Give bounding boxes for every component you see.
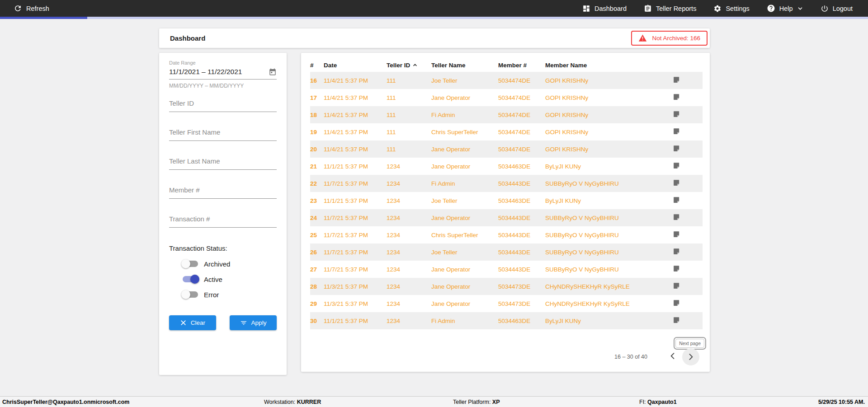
cell-date: 11/4/21 5:37 PM <box>324 106 387 123</box>
table-row[interactable]: 2111/1/21 5:37 PM1234Jane Operator503446… <box>310 158 703 175</box>
teller-id-input[interactable] <box>169 97 277 112</box>
next-page-button[interactable] <box>682 348 699 365</box>
col-header-member-num[interactable]: Member # <box>498 58 545 72</box>
member-number-field-wrap <box>169 183 277 199</box>
calendar-icon[interactable] <box>269 68 277 76</box>
cell-teller-name: Joe Teller <box>431 243 498 261</box>
nav-item-logout[interactable]: Logout <box>821 5 853 13</box>
note-icon[interactable] <box>673 196 680 204</box>
nav-item-dashboard[interactable]: Dashboard <box>582 5 627 13</box>
note-icon[interactable] <box>673 110 680 118</box>
table-row[interactable]: 1811/4/21 5:37 PM111Fi Admin5034474DEGOP… <box>310 106 703 123</box>
table-row[interactable]: 2511/7/21 5:37 PM1234Chris SuperTeller50… <box>310 226 703 243</box>
note-icon[interactable] <box>673 145 680 152</box>
table-row[interactable]: 2611/7/21 5:37 PM1234Joe Teller5034443DE… <box>310 243 703 261</box>
nav-label-help: Help <box>779 5 793 12</box>
warning-triangle-icon <box>638 34 647 42</box>
clipboard-icon <box>644 5 652 13</box>
note-icon[interactable] <box>673 76 680 84</box>
refresh-button[interactable]: Refresh <box>14 4 49 13</box>
apply-button[interactable]: Apply <box>230 315 277 330</box>
note-icon[interactable] <box>673 265 680 272</box>
filter-icon <box>240 319 247 327</box>
cell-member-num: 5034443DE <box>498 175 545 192</box>
table-row[interactable]: 2711/7/21 5:37 PM1234Jane Operator503444… <box>310 261 703 278</box>
note-icon[interactable] <box>673 93 680 101</box>
col-header-teller-name[interactable]: Teller Name <box>431 58 498 72</box>
table-row[interactable]: 1911/4/21 5:37 PM111Chris SuperTeller503… <box>310 123 703 140</box>
nav-label-dashboard: Dashboard <box>594 5 627 12</box>
note-cell <box>665 158 703 175</box>
date-range-label: Date Range <box>169 60 277 65</box>
toggle-switch-error[interactable] <box>183 291 198 298</box>
table-row[interactable]: 1711/4/21 5:37 PM111Jane Operator5034474… <box>310 89 703 106</box>
cell-member-num: 5034443DE <box>498 226 545 243</box>
note-cell <box>665 72 703 89</box>
toggle-label: Archived <box>204 260 230 268</box>
toggle-switch-archived[interactable] <box>183 261 198 267</box>
col-header-teller-id[interactable]: Teller ID <box>387 58 431 72</box>
cell-teller-name: Fi Admin <box>431 106 498 123</box>
cell-num: 16 <box>310 72 324 89</box>
cell-member-num: 5034443DE <box>498 209 545 226</box>
note-cell <box>665 192 703 209</box>
workstation-label: Workstation: <box>264 399 295 405</box>
table-row[interactable]: 1611/4/21 5:37 PM111Joe Teller5034474DEG… <box>310 72 703 89</box>
table-row[interactable]: 3011/1/21 5:37 PM1234Fi Admin5034463DEBy… <box>310 312 703 329</box>
date-range-field[interactable]: 11/1/2021 – 11/22/2021 <box>169 68 277 80</box>
refresh-icon <box>14 4 22 13</box>
note-icon[interactable] <box>673 230 680 238</box>
cell-teller-id: 1234 <box>387 278 431 295</box>
cell-teller-name: Chris SuperTeller <box>431 226 498 243</box>
note-icon[interactable] <box>673 127 680 135</box>
teller-first-name-input[interactable] <box>169 126 277 141</box>
col-header-member-name[interactable]: Member Name <box>545 58 665 72</box>
cell-teller-id: 1234 <box>387 295 431 312</box>
cell-member-name: SUBByRyO V NyGyBHIRU <box>545 175 665 192</box>
cell-num: 30 <box>310 312 324 329</box>
nav-item-settings[interactable]: Settings <box>713 5 749 13</box>
table-row[interactable]: 2911/3/21 5:37 PM1234Jane Operator503447… <box>310 295 703 312</box>
nav-label-logout: Logout <box>833 5 853 12</box>
member-number-input[interactable] <box>169 183 277 199</box>
note-icon[interactable] <box>673 179 680 187</box>
cell-member-num: 5034474DE <box>498 72 545 89</box>
toggle-switch-active[interactable] <box>183 276 198 282</box>
note-icon[interactable] <box>673 299 680 307</box>
cell-member-num: 5034463DE <box>498 192 545 209</box>
note-icon[interactable] <box>673 213 680 221</box>
col-header-date[interactable]: Date <box>324 58 387 72</box>
nav-item-teller-reports[interactable]: Teller Reports <box>644 5 696 13</box>
note-cell <box>665 278 703 295</box>
cell-date: 11/4/21 5:37 PM <box>324 123 387 140</box>
clear-button[interactable]: Clear <box>169 315 216 330</box>
cell-teller-id: 1234 <box>387 312 431 329</box>
date-range-hint: MM/DD/YYYY – MM/DD/YYYY <box>169 83 277 89</box>
table-row[interactable]: 2211/7/21 5:37 PM1234Fi Admin5034443DESU… <box>310 175 703 192</box>
cell-num: 23 <box>310 192 324 209</box>
transaction-number-field-wrap <box>169 212 277 228</box>
toggle-active: Active <box>183 271 277 287</box>
note-icon[interactable] <box>673 316 680 324</box>
transaction-number-input[interactable] <box>169 212 277 228</box>
table-row[interactable]: 2311/1/21 5:37 PM1234Joe Teller5034463DE… <box>310 192 703 209</box>
teller-last-name-input[interactable] <box>169 154 277 170</box>
cell-member-name: ByLyJI KUNy <box>545 158 665 175</box>
fi-value: Qaxpauto1 <box>647 399 677 405</box>
nav-item-help[interactable]: Help <box>767 4 803 13</box>
note-icon[interactable] <box>673 248 680 255</box>
note-icon[interactable] <box>673 282 680 290</box>
cell-member-name: GOPI KRISHNy <box>545 72 665 89</box>
cell-teller-id: 1234 <box>387 158 431 175</box>
cell-teller-name: Jane Operator <box>431 140 498 158</box>
cell-num: 20 <box>310 140 324 158</box>
note-cell <box>665 140 703 158</box>
table-row[interactable]: 2411/7/21 5:37 PM1234Jane Operator503444… <box>310 209 703 226</box>
table-row[interactable]: 2811/3/21 5:37 PM1234Jane Operator503447… <box>310 278 703 295</box>
cell-teller-id: 111 <box>387 72 431 89</box>
note-icon[interactable] <box>673 162 680 169</box>
note-cell <box>665 312 703 329</box>
previous-page-button[interactable] <box>668 351 677 362</box>
workstation-info: Workstation: KURRER <box>264 399 321 405</box>
table-row[interactable]: 2011/4/21 5:37 PM111Jane Operator5034474… <box>310 140 703 158</box>
